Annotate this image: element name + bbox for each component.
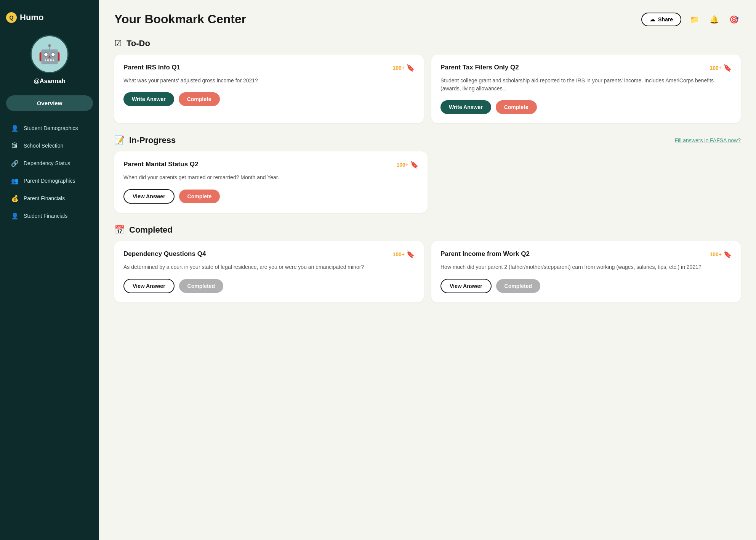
card-title: Parent Tax Filers Only Q2 xyxy=(440,64,710,71)
badge-value: 100+ xyxy=(710,65,722,71)
badge-value: 100+ xyxy=(396,162,408,168)
write-answer-button[interactable]: Write Answer xyxy=(440,100,491,114)
sidebar-item-student-financials[interactable]: 👤 Student Financials xyxy=(6,208,93,224)
sidebar-item-label: Dependency Status xyxy=(24,160,70,166)
logo-text: Humo xyxy=(20,13,43,22)
avatar-area: 🤖 @Asannah xyxy=(30,35,69,85)
card-actions: View Answer Completed xyxy=(123,279,415,293)
card-title: Parent Marital Status Q2 xyxy=(123,161,396,168)
username-label: @Asannah xyxy=(34,78,65,85)
card-title: Parent Income from Work Q2 xyxy=(440,250,710,258)
student-demographics-icon: 👤 xyxy=(11,124,19,132)
card-badge: 100+ 🔖 xyxy=(396,161,418,169)
completed-card-2: Parent Income from Work Q2 100+ 🔖 How mu… xyxy=(431,241,741,302)
in-progress-title-row: 📝 In-Progress xyxy=(114,135,176,145)
share-button[interactable]: ☁ Share xyxy=(641,13,681,26)
completed-button[interactable]: Completed xyxy=(179,279,223,293)
badge-value: 100+ xyxy=(392,65,405,71)
card-title: Dependency Questions Q4 xyxy=(123,250,392,258)
todo-cards-grid: Parent IRS Info Q1 100+ 🔖 What was your … xyxy=(114,55,741,123)
completed-icon: 📅 xyxy=(114,225,125,235)
card-actions: Write Answer Complete xyxy=(440,100,732,114)
card-top: Parent IRS Info Q1 100+ 🔖 xyxy=(123,64,415,72)
bookmark-icon: 🔖 xyxy=(406,64,415,72)
sidebar-item-parent-demographics[interactable]: 👥 Parent Demographics xyxy=(6,173,93,189)
student-financials-icon: 👤 xyxy=(11,212,19,220)
in-progress-section-header: 📝 In-Progress Fill answers in FAFSA now? xyxy=(114,135,741,145)
sidebar-item-school-selection[interactable]: 🏛 School Selection xyxy=(6,138,93,154)
badge-value: 100+ xyxy=(392,251,405,257)
folder-icon[interactable]: 📁 xyxy=(687,13,701,26)
card-description: How much did your parent 2 (father/mothe… xyxy=(440,263,732,271)
bookmark-icon: 🔖 xyxy=(410,161,418,169)
dependency-status-icon: 🔗 xyxy=(11,159,19,167)
todo-title-row: ☑ To-Do xyxy=(114,39,150,48)
main-header: Your Bookmark Center ☁ Share 📁 🔔 🎯 xyxy=(114,12,741,26)
card-description: When did your parents get married or rem… xyxy=(123,174,418,182)
card-badge: 100+ 🔖 xyxy=(392,250,415,259)
todo-section: ☑ To-Do Parent IRS Info Q1 100+ 🔖 What w… xyxy=(114,39,741,123)
in-progress-card-1: Parent Marital Status Q2 100+ 🔖 When did… xyxy=(114,151,428,213)
school-selection-icon: 🏛 xyxy=(11,141,19,150)
sidebar-item-label: School Selection xyxy=(24,143,63,149)
card-badge: 100+ 🔖 xyxy=(710,64,732,72)
card-top: Dependency Questions Q4 100+ 🔖 xyxy=(123,250,415,259)
parent-demographics-icon: 👥 xyxy=(11,177,19,185)
todo-section-header: ☑ To-Do xyxy=(114,39,741,48)
avatar: 🤖 xyxy=(30,35,69,73)
bookmark-icon: 🔖 xyxy=(406,250,415,259)
card-title: Parent IRS Info Q1 xyxy=(123,64,392,71)
view-answer-button[interactable]: View Answer xyxy=(123,189,175,204)
complete-button[interactable]: Complete xyxy=(179,92,220,106)
card-description: Student college grant and scholarship ai… xyxy=(440,77,732,93)
sidebar-item-student-demographics[interactable]: 👤 Student Demographics xyxy=(6,120,93,136)
card-description: As determined by a court in your state o… xyxy=(123,263,415,271)
sidebar-item-label: Parent Financials xyxy=(24,195,65,201)
card-top: Parent Marital Status Q2 100+ 🔖 xyxy=(123,161,418,169)
main-content: Your Bookmark Center ☁ Share 📁 🔔 🎯 ☑ To-… xyxy=(99,0,756,540)
view-answer-button[interactable]: View Answer xyxy=(123,279,175,293)
complete-button[interactable]: Complete xyxy=(179,190,220,203)
todo-card-2: Parent Tax Filers Only Q2 100+ 🔖 Student… xyxy=(431,55,741,123)
completed-button[interactable]: Completed xyxy=(496,279,540,293)
card-badge: 100+ 🔖 xyxy=(392,64,415,72)
card-description: What was your parents' adjusted gross in… xyxy=(123,77,415,85)
completed-cards-grid: Dependency Questions Q4 100+ 🔖 As determ… xyxy=(114,241,741,302)
todo-title: To-Do xyxy=(127,39,150,48)
completed-section: 📅 Completed Dependency Questions Q4 100+… xyxy=(114,225,741,302)
bell-icon[interactable]: 🔔 xyxy=(707,13,721,26)
in-progress-icon: 📝 xyxy=(114,135,125,145)
sidebar-item-label: Student Financials xyxy=(24,213,67,219)
target-icon[interactable]: 🎯 xyxy=(727,13,741,26)
page-title: Your Bookmark Center xyxy=(114,12,246,26)
sidebar-item-parent-financials[interactable]: 💰 Parent Financials xyxy=(6,190,93,206)
card-badge: 100+ 🔖 xyxy=(710,250,732,259)
todo-icon: ☑ xyxy=(114,39,122,48)
in-progress-cards: Parent Marital Status Q2 100+ 🔖 When did… xyxy=(114,151,428,213)
logo-icon: Q xyxy=(6,12,17,23)
sidebar: Q Humo 🤖 @Asannah Overview 👤 Student Dem… xyxy=(0,0,99,540)
completed-title: Completed xyxy=(129,225,173,235)
completed-title-row: 📅 Completed xyxy=(114,225,173,235)
completed-section-header: 📅 Completed xyxy=(114,225,741,235)
card-top: Parent Tax Filers Only Q2 100+ 🔖 xyxy=(440,64,732,72)
sidebar-item-dependency-status[interactable]: 🔗 Dependency Status xyxy=(6,155,93,171)
fill-fafsa-link[interactable]: Fill answers in FAFSA now? xyxy=(674,137,741,143)
badge-value: 100+ xyxy=(710,251,722,257)
sidebar-nav: 👤 Student Demographics 🏛 School Selectio… xyxy=(6,120,93,224)
view-answer-button[interactable]: View Answer xyxy=(440,279,492,293)
sidebar-item-label: Student Demographics xyxy=(24,125,78,131)
logo-area: Q Humo xyxy=(6,12,43,23)
card-actions: View Answer Completed xyxy=(440,279,732,293)
completed-card-1: Dependency Questions Q4 100+ 🔖 As determ… xyxy=(114,241,424,302)
bookmark-icon: 🔖 xyxy=(723,250,732,259)
share-label: Share xyxy=(658,16,673,22)
in-progress-section: 📝 In-Progress Fill answers in FAFSA now?… xyxy=(114,135,741,213)
sidebar-item-label: Parent Demographics xyxy=(24,178,75,184)
parent-financials-icon: 💰 xyxy=(11,194,19,202)
complete-button[interactable]: Complete xyxy=(496,100,537,114)
overview-button[interactable]: Overview xyxy=(6,95,93,111)
header-actions: ☁ Share 📁 🔔 🎯 xyxy=(641,13,741,26)
write-answer-button[interactable]: Write Answer xyxy=(123,92,174,106)
card-top: Parent Income from Work Q2 100+ 🔖 xyxy=(440,250,732,259)
